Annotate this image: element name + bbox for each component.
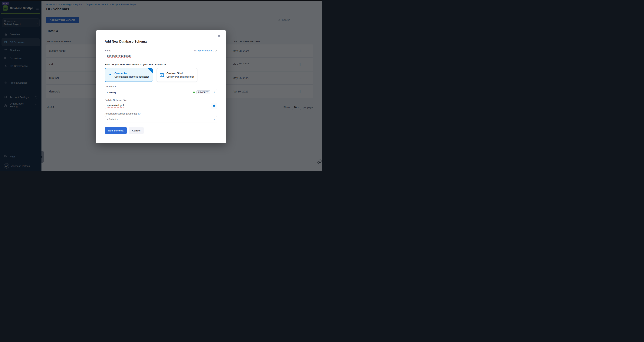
connect-question: How do you want to connect to your data … — [105, 63, 217, 66]
terminal-icon — [160, 73, 164, 77]
connector-select[interactable]: mux-sql PROJECT ˅ — [105, 89, 217, 95]
service-label: Associated Service (Optional) — [105, 112, 217, 115]
scope-badge: PROJECT — [196, 90, 210, 94]
schema-id-value[interactable]: generatecha... — [198, 49, 214, 52]
pin-icon[interactable] — [211, 103, 217, 109]
cancel-button[interactable]: Cancel — [129, 127, 144, 134]
custom-shell-option-card[interactable]: Custom Shell Use my own custom script — [157, 68, 197, 82]
modal-title: Add New Database Schema — [105, 40, 217, 43]
close-icon[interactable]: ✕ — [217, 34, 220, 38]
path-label: Path to Schema File — [105, 99, 217, 101]
path-input[interactable]: generated.yml — [105, 103, 217, 109]
modal-actions: Add Schema Cancel — [105, 127, 217, 134]
service-select[interactable]: - Select - ˅ — [105, 116, 217, 122]
edit-pencil-icon[interactable] — [215, 49, 217, 52]
info-icon[interactable] — [138, 112, 141, 115]
connector-label: Connector — [105, 85, 217, 88]
name-input[interactable]: generate-changelog — [105, 53, 217, 59]
chevron-down-icon: ˅ — [214, 91, 215, 94]
check-icon: ✓ — [150, 68, 152, 71]
add-schema-modal: ✕ Add New Database Schema Name Id : gene… — [96, 30, 226, 143]
schema-id: Id : generatecha... — [194, 49, 217, 52]
chevron-down-icon: ˅ — [214, 118, 215, 121]
add-schema-button[interactable]: Add Schema — [105, 127, 127, 134]
connector-branch-icon — [108, 73, 112, 77]
connection-options: ✓ Connector Use standard Harness connect… — [105, 68, 217, 82]
name-label: Name — [105, 49, 111, 52]
connector-option-card[interactable]: ✓ Connector Use standard Harness connect… — [105, 68, 153, 82]
connector-status-dot — [193, 91, 195, 93]
